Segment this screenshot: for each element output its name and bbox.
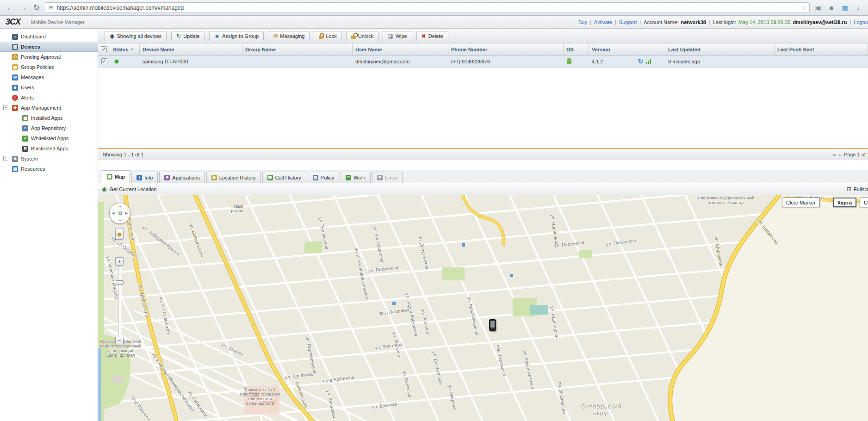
column-header-last-updated[interactable]: Last Updated <box>665 43 775 55</box>
refresh-button[interactable]: ↻ <box>31 3 42 12</box>
android-icon <box>566 58 572 64</box>
sidebar-item-resources[interactable]: ▤ Resources <box>0 164 98 174</box>
back-button[interactable]: ← <box>5 4 15 12</box>
sidebar-item-label: Installed Apps <box>31 115 63 121</box>
applications-icon: ❖ <box>164 175 170 180</box>
tree-expander-icon[interactable]: − <box>3 105 8 110</box>
url-bar[interactable]: ▤ https://admin.mobiledevicemanager.com/… <box>45 2 810 13</box>
screen: ← → ↻ ▤ https://admin.mobiledevicemanage… <box>0 0 868 421</box>
tree-expander-icon[interactable]: + <box>3 156 8 161</box>
sidebar-item-users[interactable]: ☻ Users <box>0 82 98 93</box>
pan-down-icon[interactable]: ▼ <box>118 219 122 222</box>
column-header-status[interactable]: Status ▼ <box>110 43 140 55</box>
column-header-device-name[interactable]: Device Name <box>140 43 242 55</box>
pan-up-icon[interactable]: ▲ <box>118 204 122 208</box>
devices-icon: ▥ <box>12 44 18 50</box>
status-filter-caret-icon[interactable]: ▼ <box>130 48 134 51</box>
lock-button[interactable]: Lock <box>314 31 341 41</box>
sidebar-item-app-repository[interactable]: ≡ App Repository <box>0 123 98 133</box>
profile-icon[interactable]: ☻ <box>826 4 837 12</box>
sidebar-item-blacklisted-apps[interactable]: ✖ Blacklisted Apps <box>0 143 98 154</box>
column-header-user-name[interactable]: User Name <box>353 43 448 55</box>
get-current-location-button[interactable]: ◉ Get Current Location <box>102 186 157 192</box>
device-row[interactable]: ✓ samsung GT-N7000 dmshiryaev@gmail.com … <box>98 56 868 68</box>
delete-button[interactable]: ✖ Delete <box>416 31 448 41</box>
tab-map[interactable]: ▩ Map <box>102 170 130 183</box>
prev-page-button[interactable]: ‹ <box>839 152 841 157</box>
tab-policy[interactable]: ▤ Policy <box>308 172 339 183</box>
first-page-button[interactable]: « <box>833 152 836 157</box>
sidebar-item-whitelisted-apps[interactable]: ✔ Whitelisted Apps <box>0 133 98 143</box>
sidebar-item-group-policies[interactable]: ▤ Group Policies <box>0 62 98 72</box>
3cx-logo[interactable]: 3CX <box>0 17 26 27</box>
column-header-indicators[interactable] <box>635 43 665 55</box>
device-marker[interactable] <box>489 319 496 331</box>
map-canvas[interactable]: ул. Советская ул. 25 Октября ул. Лебедев… <box>98 195 868 421</box>
pan-right-icon[interactable]: ▶ <box>125 211 128 215</box>
pan-center-icon[interactable] <box>118 211 122 215</box>
map-pan-control[interactable]: ▲ ▼ ◀ ▶ <box>109 203 130 224</box>
sidebar-item-pending-approval[interactable]: ⊙ Pending Approval <box>0 52 98 62</box>
column-header-os[interactable]: OS <box>564 43 589 55</box>
logout-link[interactable]: Logout <box>854 19 868 25</box>
column-header-phone-number[interactable]: Phone Number <box>448 43 564 55</box>
map-label: Травмпункт № 2 Иркутская городская клини… <box>240 388 280 406</box>
clipboard-icon[interactable]: ▣ <box>813 4 823 12</box>
support-link[interactable]: Support <box>619 19 637 25</box>
wipe-button[interactable]: ◪ Wipe <box>383 31 412 41</box>
map-type-button[interactable]: Карта <box>833 198 856 207</box>
info-icon: i <box>136 175 142 180</box>
assign-to-group-button[interactable]: ☻ Assign to Group <box>209 31 264 41</box>
tab-applications[interactable]: ❖ Applications <box>159 172 205 183</box>
delete-icon: ✖ <box>422 33 426 39</box>
toolbar: ◉ Showing all devices ↻ Update ☻ Assign … <box>98 29 868 43</box>
sidebar-item-messages[interactable]: ✉ Messages <box>0 72 98 82</box>
apps-icon[interactable]: ▦ <box>840 4 850 12</box>
tab-wifi[interactable]: ◠ Wi-Fi <box>341 172 371 183</box>
zoom-slider-track[interactable] <box>118 266 121 336</box>
sidebar-item-devices[interactable]: ▥ Devices <box>0 42 98 52</box>
pan-left-icon[interactable]: ◀ <box>112 211 114 215</box>
zoom-in-button[interactable]: + <box>115 257 124 266</box>
column-header-version[interactable]: Version <box>589 43 635 55</box>
street-view-pegman[interactable]: ☻ <box>115 229 124 240</box>
zoom-out-button[interactable]: − <box>115 337 124 345</box>
select-all-checkbox[interactable]: ✓ <box>98 43 110 55</box>
sidebar-item-alerts[interactable]: ! Alerts <box>0 93 98 103</box>
bookmark-star-icon[interactable]: ☆ <box>800 4 806 11</box>
page-icon: ▤ <box>49 5 53 11</box>
wifi-signal-icon <box>646 59 651 64</box>
activate-link[interactable]: Activate <box>594 19 612 25</box>
checkbox-checked-icon[interactable]: ✓ <box>101 46 107 52</box>
url-text[interactable]: https://admin.mobiledevicemanager.com/#m… <box>56 5 184 11</box>
sidebar-item-app-management[interactable]: − ❖ App Management <box>0 103 98 113</box>
clear-marker-button[interactable]: Clear Marker <box>782 198 820 207</box>
fullscreen-button[interactable]: ⊡ Fullscreen <box>847 186 868 192</box>
tab-call-history[interactable]: ☎ Call History <box>262 172 306 183</box>
satellite-type-button[interactable]: Спутник <box>860 198 868 207</box>
fullscreen-label: Fullscreen <box>854 186 868 192</box>
buy-link[interactable]: Buy <box>578 19 587 25</box>
forward-button[interactable]: → <box>18 4 28 12</box>
tab-label: Policy <box>321 175 334 180</box>
sidebar-item-dashboard[interactable]: ⌂ Dashboard <box>0 31 98 42</box>
tab-info[interactable]: i Info <box>131 172 158 183</box>
showing-all-devices-toggle[interactable]: ◉ Showing all devices <box>105 31 167 41</box>
map-label: ул. Карла Либкнехта <box>405 292 419 336</box>
unlock-button[interactable]: Unlock <box>346 31 379 41</box>
sidebar-item-installed-apps[interactable]: ▦ Installed Apps <box>0 113 98 123</box>
column-header-group-name[interactable]: Group Name <box>242 43 353 55</box>
downloads-icon[interactable]: ↓ <box>853 4 863 12</box>
zoom-slider-handle[interactable] <box>116 280 124 285</box>
tab-location-history[interactable]: ◉ Location History <box>206 172 261 183</box>
map-toolbar: ◉ Get Current Location ⊡ Fullscreen <box>98 183 868 195</box>
sidebar-item-system[interactable]: + ✱ System <box>0 154 98 164</box>
map-label: ул. Лопатина <box>285 371 313 380</box>
column-header-last-push-sent[interactable]: Last Push Sent <box>775 43 868 55</box>
row-checkbox-checked-icon[interactable]: ✓ <box>101 58 107 64</box>
map-label: ул. Трилиссера <box>318 217 330 250</box>
divider: | <box>849 19 852 25</box>
messaging-button[interactable]: ✉ Messaging <box>268 31 310 41</box>
divider: | <box>639 19 641 25</box>
update-button[interactable]: ↻ Update <box>171 31 205 41</box>
